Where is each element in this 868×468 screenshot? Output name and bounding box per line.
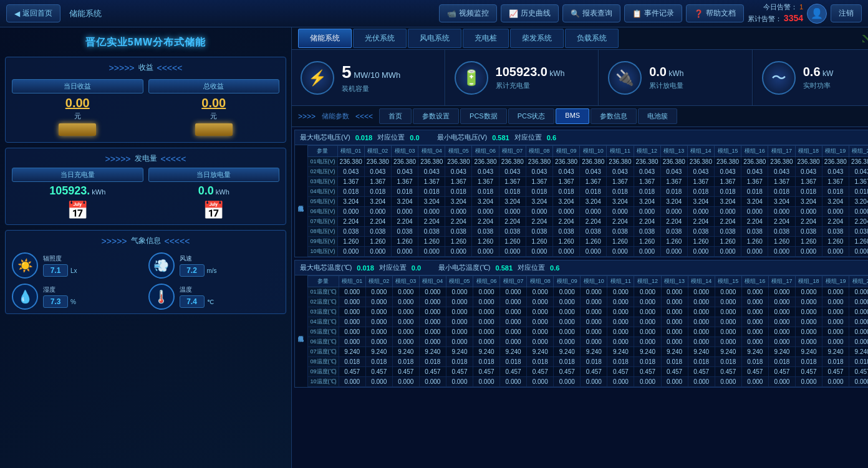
col-header-4: 模组_04 [419, 276, 446, 287]
back-icon: ◀ [14, 9, 20, 18]
cell-7-16: 0.038 [768, 227, 795, 237]
cell-8-5: 1.260 [472, 237, 499, 247]
cell-6-17: 2.204 [795, 217, 822, 227]
cell-1-18: 0.000 [822, 297, 849, 307]
cell-7-13: 0.038 [687, 227, 714, 237]
cell-4-14: 0.000 [715, 327, 741, 337]
cell-3-15: 0.000 [741, 317, 768, 327]
table-row: 10温度(℃)0.0000.0000.0000.0000.0000.0000.0… [307, 377, 868, 387]
stat-card-2: 🔌 0.0 kWh 累计放电量 [599, 50, 753, 105]
cell-8-17: 1.260 [795, 237, 822, 247]
inner-tab-3[interactable]: PCS状态 [508, 108, 555, 124]
inner-tab-2[interactable]: PCS数据 [460, 108, 507, 124]
row-label: 09电压(V) [307, 237, 337, 247]
col-header-2: 模组_02 [365, 276, 392, 287]
cell-2-1: 1.367 [364, 177, 391, 187]
row-label: 06温度(℃) [307, 337, 339, 347]
main-tabs: 储能系统光伏系统风电系统充电桩柴发系统负载系统 [298, 29, 861, 48]
cell-8-1: 0.457 [365, 367, 392, 377]
table-row: 06温度(℃)0.0000.0000.0000.0000.0000.0000.0… [307, 337, 868, 347]
cell-7-13: 0.018 [688, 357, 715, 367]
cell-3-2: 0.000 [392, 317, 419, 327]
cell-3-6: 0.000 [500, 317, 527, 327]
inner-tab-0[interactable]: 首页 [379, 108, 412, 124]
cell-2-18: 0.000 [822, 307, 849, 317]
generation-section: >>>>> 发电量 <<<<< 当日充电量 105923. kWh 📅 当日放电… [5, 148, 286, 225]
table-row: 01温度(℃)0.0000.0000.0000.0000.0000.0000.0… [307, 287, 868, 297]
temp-param-section: 最大电芯温度(℃) 0.018 对应位置 0.0 最小电芯温度(℃) 0.581… [294, 260, 868, 388]
cell-1-13: 0.043 [687, 167, 714, 177]
wind-label: 风速 [180, 254, 280, 263]
inner-tab-6[interactable]: 电池簇 [638, 108, 677, 124]
cell-0-3: 236.380 [418, 157, 445, 167]
cell-4-14: 3.204 [715, 197, 741, 207]
main-tab-0[interactable]: 储能系统 [298, 29, 352, 48]
main-tab-4[interactable]: 柴发系统 [510, 29, 564, 48]
cell-2-19: 1.367 [849, 177, 868, 187]
cell-8-15: 1.260 [741, 237, 768, 247]
cell-9-2: 0.000 [392, 377, 419, 387]
cell-1-19: 0.000 [849, 297, 868, 307]
event-record-btn[interactable]: 📋 事件记录 [624, 4, 682, 22]
cell-5-16: 0.000 [768, 337, 795, 347]
income-metrics-row: 当日收益 0.00 元 总收益 0.00 元 [12, 79, 279, 138]
humidity-icon: 💧 [12, 284, 38, 310]
cell-3-3: 0.018 [418, 187, 445, 197]
col-header-9: 模组_09 [554, 276, 581, 287]
logout-button[interactable]: 注销 [831, 4, 862, 22]
table-row: 02电压(V)0.0430.0430.0430.0430.0430.0430.0… [307, 167, 868, 177]
cell-9-11: 0.000 [634, 377, 661, 387]
main-tab-1[interactable]: 光伏系统 [353, 29, 407, 48]
cell-0-12: 236.380 [660, 157, 687, 167]
back-button[interactable]: ◀ 返回首页 [6, 4, 60, 22]
cell-3-11: 0.000 [634, 317, 661, 327]
irradiance-label: 辐照度 [43, 254, 143, 263]
help-icon: ❓ [694, 9, 703, 18]
help-doc-btn[interactable]: ❓ 帮助文档 [686, 4, 744, 22]
main-tab-3[interactable]: 充电桩 [463, 29, 509, 48]
cell-2-7: 1.367 [526, 177, 552, 187]
cell-7-11: 0.038 [634, 227, 660, 237]
table-row: 09温度(℃)0.4570.4570.4570.4570.4570.4570.4… [307, 367, 868, 377]
cell-4-19: 3.204 [849, 197, 868, 207]
report-query-btn[interactable]: 🔍 报表查询 [562, 4, 620, 22]
stat-label-3: 实时功率 [803, 81, 868, 90]
cell-7-8: 0.018 [554, 357, 581, 367]
cell-2-1: 0.000 [365, 307, 392, 317]
cell-7-4: 0.038 [445, 227, 472, 237]
main-tab-2[interactable]: 风电系统 [408, 29, 461, 48]
cell-8-13: 0.457 [688, 367, 715, 377]
cell-5-12: 0.000 [661, 337, 688, 347]
cell-9-13: 0.000 [688, 377, 715, 387]
charge-item: 当日充电量 105923. kWh 📅 [12, 168, 143, 221]
col-header-17: 模组_17 [768, 146, 795, 157]
cell-0-2: 0.000 [392, 287, 419, 297]
cell-5-0: 0.000 [339, 337, 365, 347]
cell-3-10: 0.018 [607, 187, 634, 197]
col-header-10: 模组_10 [580, 146, 607, 157]
history-curve-btn[interactable]: 📈 历史曲线 [501, 4, 559, 22]
main-tab-5[interactable]: 负载系统 [565, 29, 619, 48]
cell-7-18: 0.038 [822, 227, 849, 237]
cell-7-6: 0.018 [500, 357, 527, 367]
cell-6-1: 2.204 [364, 217, 391, 227]
inner-tab-1[interactable]: 参数设置 [413, 108, 459, 124]
cell-1-6: 0.000 [500, 297, 527, 307]
calendar-icon-right: 📅 [148, 200, 280, 221]
cell-6-13: 2.204 [687, 217, 714, 227]
discharge-unit: kWh [216, 188, 229, 196]
cell-1-3: 0.043 [418, 167, 445, 177]
cell-1-0: 0.043 [337, 167, 364, 177]
col-header-15: 模组_15 [715, 146, 741, 157]
cell-4-2: 0.000 [392, 327, 419, 337]
cell-1-5: 0.043 [472, 167, 499, 177]
inner-tab-5[interactable]: 参数信息 [591, 108, 637, 124]
avatar[interactable]: 👤 [807, 4, 827, 24]
col-header-11: 模组_11 [607, 276, 634, 287]
stat-value-2: 0.0 kWh [649, 65, 743, 79]
cell-2-4: 0.000 [446, 307, 473, 317]
col-header-7: 模组_07 [499, 146, 526, 157]
row-label: 08温度(℃) [307, 357, 339, 367]
inner-tab-4[interactable]: BMS [556, 108, 589, 124]
video-monitor-btn[interactable]: 📹 视频监控 [439, 4, 497, 22]
